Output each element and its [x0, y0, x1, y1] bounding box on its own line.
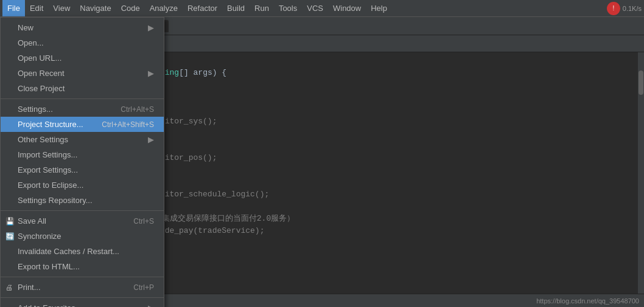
menubar-code[interactable]: Code — [116, 0, 145, 16]
menubar-refactor[interactable]: Refactor — [183, 0, 222, 16]
menu-import-settings-label: Import Settings... — [18, 150, 77, 159]
menu-save-all[interactable]: 💾 Save All Ctrl+S — [1, 213, 164, 229]
menu-save-all-label: Save All — [18, 216, 46, 226]
menu-open-recent-arrow: ▶ — [148, 69, 154, 78]
menu-export-settings-label: Export Settings... — [18, 165, 78, 174]
menu-open-recent[interactable]: Open Recent ▶ — [1, 66, 164, 81]
menu-settings-repo-label: Settings Repository... — [18, 196, 93, 205]
separator-2 — [1, 210, 164, 211]
menu-new-label: New — [18, 23, 33, 32]
file-menu-dropdown: New ▶ Open... Open URL... Open Recent ▶ … — [0, 17, 164, 307]
menu-settings-repo[interactable]: Settings Repository... — [1, 193, 164, 208]
menu-open-label: Open... — [18, 38, 44, 47]
menu-export-eclipse[interactable]: Export to Eclipse... — [1, 178, 164, 193]
menu-open-url-label: Open URL... — [18, 53, 61, 63]
menubar-file[interactable]: File — [2, 0, 25, 16]
menu-add-favorites-label: Add to Favorites — [18, 303, 75, 307]
network-speed: 0.1K/s — [623, 5, 642, 12]
menubar-window[interactable]: Window — [328, 0, 366, 16]
menu-settings-shortcut: Ctrl+Alt+S — [106, 105, 154, 114]
menu-project-structure[interactable]: Project Structure... Ctrl+Alt+Shift+S — [1, 117, 164, 132]
menubar-help[interactable]: Help — [366, 0, 392, 16]
menu-other-settings[interactable]: Other Settings ▶ — [1, 132, 164, 147]
menubar-right: ! 0.1K/s — [607, 2, 642, 15]
menubar: File Edit View Navigate Code Analyze Ref… — [0, 0, 644, 17]
menu-new-arrow: ▶ — [148, 23, 154, 32]
menu-print-shortcut: Ctrl+P — [119, 283, 154, 292]
menu-open-recent-label: Open Recent — [18, 69, 65, 78]
menubar-tools[interactable]: Tools — [274, 0, 302, 16]
menu-invalidate-caches-label: Invalidate Caches / Restart... — [18, 247, 119, 256]
status-url: https://blog.csdn.net/qq_39548700 — [536, 297, 639, 305]
menu-print[interactable]: 🖨 Print... Ctrl+P — [1, 280, 164, 295]
menu-new[interactable]: New ▶ — [1, 20, 164, 35]
menu-project-structure-shortcut: Ctrl+Alt+Shift+S — [87, 120, 154, 129]
sync-icon: 🔄 — [5, 232, 15, 241]
menu-synchronize-label: Synchronize — [18, 232, 61, 241]
menu-export-eclipse-label: Export to Eclipse... — [18, 181, 83, 190]
menu-close-project-label: Close Project — [18, 84, 65, 93]
menu-export-html-label: Export to HTML... — [18, 262, 80, 271]
menu-open[interactable]: Open... — [1, 35, 164, 50]
menu-add-favorites[interactable]: Add to Favorites ▶ — [1, 300, 164, 307]
scrollbar[interactable] — [638, 52, 644, 307]
separator-1 — [1, 98, 164, 99]
separator-4 — [1, 297, 164, 298]
menu-settings-label: Settings... — [18, 105, 53, 114]
separator-3 — [1, 277, 164, 277]
menu-invalidate-caches[interactable]: Invalidate Caches / Restart... — [1, 244, 164, 259]
menu-export-settings[interactable]: Export Settings... — [1, 162, 164, 178]
menu-synchronize[interactable]: 🔄 Synchronize — [1, 229, 164, 244]
menu-add-favorites-arrow: ▶ — [148, 303, 154, 307]
file-menu: New ▶ Open... Open URL... Open Recent ▶ … — [0, 17, 164, 307]
menubar-analyze[interactable]: Analyze — [145, 0, 183, 16]
menubar-edit[interactable]: Edit — [25, 0, 48, 16]
network-icon: ! — [607, 2, 620, 15]
scrollbar-thumb[interactable] — [639, 71, 643, 95]
menu-settings[interactable]: Settings... Ctrl+Alt+S — [1, 102, 164, 117]
menu-save-all-shortcut: Ctrl+S — [119, 217, 154, 226]
menu-open-url[interactable]: Open URL... — [1, 50, 164, 66]
menubar-view[interactable]: View — [48, 0, 75, 16]
print-icon: 🖨 — [5, 283, 13, 292]
menu-other-settings-arrow: ▶ — [148, 135, 154, 144]
menubar-build[interactable]: Build — [222, 0, 250, 16]
menu-close-project[interactable]: Close Project — [1, 81, 164, 96]
menubar-navigate[interactable]: Navigate — [75, 0, 116, 16]
menubar-vcs[interactable]: VCS — [302, 0, 328, 16]
menu-project-structure-label: Project Structure... — [18, 120, 83, 129]
menu-print-label: Print... — [18, 283, 41, 292]
save-icon: 💾 — [5, 217, 15, 226]
menu-export-html[interactable]: Export to HTML... — [1, 259, 164, 274]
menu-other-settings-label: Other Settings — [18, 135, 68, 144]
menubar-run[interactable]: Run — [250, 0, 274, 16]
menu-import-settings[interactable]: Import Settings... — [1, 147, 164, 162]
